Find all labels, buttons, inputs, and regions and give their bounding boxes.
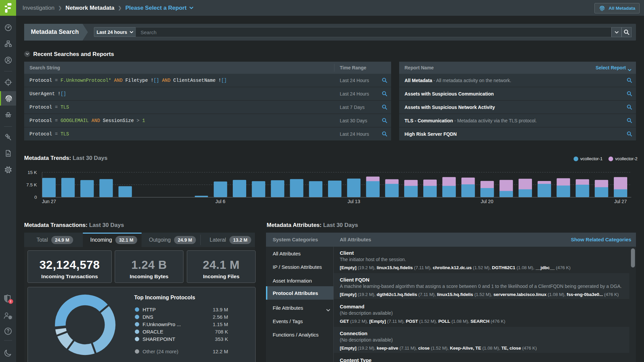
svg-text:Jul 13: Jul 13 [347, 199, 360, 204]
svg-text:7.5 K: 7.5 K [26, 182, 37, 187]
svg-text:Jul 20: Jul 20 [481, 199, 493, 204]
svg-text:Jul 27: Jul 27 [614, 199, 627, 204]
svg-text:0: 0 [34, 195, 37, 200]
svg-text:!: ! [10, 300, 11, 304]
svg-text:Jul 6: Jul 6 [215, 199, 225, 204]
svg-text:Jun 27: Jun 27 [42, 199, 56, 204]
svg-text:15 K: 15 K [28, 170, 37, 175]
